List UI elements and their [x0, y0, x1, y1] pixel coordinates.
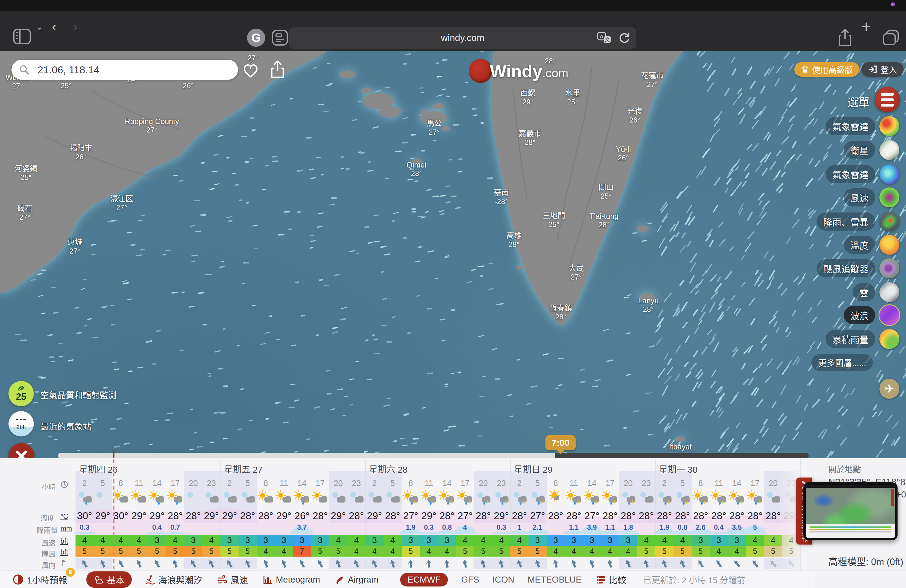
hour-cell[interactable]: 14 — [148, 479, 166, 488]
hour-cell[interactable]: 23 — [203, 479, 220, 488]
hour-cell[interactable]: 2 — [656, 479, 673, 488]
hour-cell[interactable]: 20 — [329, 479, 347, 488]
hour-cell[interactable]: 2 — [510, 479, 528, 488]
screenshot-preview-thumbnail[interactable] — [803, 482, 898, 540]
grammarly-extension-icon[interactable]: G — [247, 29, 265, 47]
layer-item-0[interactable]: 氣象雷達 — [826, 116, 900, 136]
hour-cell[interactable]: 17 — [456, 479, 474, 488]
new-tab-icon[interactable]: + — [861, 20, 871, 33]
layer-item-6[interactable]: 颶風追蹤器 — [817, 258, 900, 278]
hour-cell[interactable]: 20 — [184, 479, 203, 488]
share-location-icon[interactable] — [269, 60, 286, 79]
layer-item-2[interactable]: 氣象雷達 — [826, 164, 900, 184]
day-header[interactable]: 星期一 30 — [659, 462, 697, 475]
hour-cell[interactable]: 23 — [492, 479, 510, 488]
hour-cell[interactable]: 17 — [166, 479, 184, 488]
hour-cell[interactable]: 2 — [365, 479, 384, 488]
reload-icon[interactable] — [617, 31, 631, 45]
login-button[interactable]: 登入 — [861, 62, 904, 76]
sidebar-toggle-icon[interactable] — [13, 29, 31, 44]
hour-cell[interactable]: 5 — [384, 479, 402, 488]
wind-unit-toggle[interactable]: bft — [61, 537, 68, 545]
hour-cell[interactable]: 11 — [275, 479, 293, 488]
layer-item-8[interactable]: 波浪 — [844, 305, 900, 325]
timeline-remaining[interactable] — [555, 453, 809, 458]
menu-button[interactable] — [874, 87, 900, 112]
temp-unit-toggle[interactable]: °C — [61, 513, 68, 521]
layer-item-7[interactable]: 雲 — [853, 282, 900, 302]
wind-cell: 3 — [365, 535, 384, 546]
air-quality-widget[interactable]: 25 — [8, 381, 34, 406]
hour-cell[interactable]: 14 — [438, 479, 456, 488]
wind-cell: 4 — [347, 535, 365, 546]
premium-button[interactable]: ♛ 使用高級版 — [794, 62, 860, 76]
model-icon[interactable]: ICON — [493, 575, 515, 585]
hour-cell[interactable]: 14 — [293, 479, 311, 488]
weather-map[interactable]: Wunda27°25°24°26°27°28°Raoping County27°… — [0, 51, 906, 458]
location-search[interactable]: 21.06, 118.14 — [11, 60, 238, 80]
model-gfs[interactable]: GFS — [461, 575, 479, 585]
hour-cell[interactable]: 8 — [257, 479, 275, 488]
hour-cell[interactable]: 2 — [75, 479, 94, 488]
layer-item-more[interactable]: 更多圖層...... — [812, 354, 873, 371]
day-header[interactable]: 星期五 27 — [224, 462, 262, 475]
tab-meteogram[interactable]: Meteogram — [263, 575, 320, 585]
wind-direction-arrow — [456, 558, 474, 569]
hour-cell[interactable]: 8 — [112, 479, 130, 488]
browser-share-icon[interactable] — [837, 29, 853, 47]
back-button[interactable]: ‹ — [52, 20, 56, 33]
hour-cell[interactable]: 17 — [746, 479, 764, 488]
hourly-forecast-toggle[interactable]: 1小時預報♛ — [12, 573, 67, 586]
reader-view-icon[interactable] — [272, 30, 288, 46]
hour-cell[interactable]: 11 — [710, 479, 728, 488]
rain-unit-toggle[interactable]: mm — [61, 524, 72, 533]
hour-cell[interactable]: 11 — [565, 479, 583, 488]
forward-button[interactable]: › — [73, 20, 78, 33]
tab-wind[interactable]: 風速 — [217, 573, 248, 586]
layer-thumbnail — [879, 188, 900, 207]
day-header[interactable]: 星期四 26 — [79, 462, 118, 475]
hour-cell[interactable]: 8 — [547, 479, 565, 488]
timeline-elapsed[interactable] — [58, 453, 555, 458]
hour-cell[interactable]: 5 — [239, 479, 257, 488]
model-meteoblue[interactable]: METEOBLUE — [528, 575, 582, 585]
sidebar-chevron-icon[interactable]: ⌄ — [36, 20, 43, 33]
hour-cell[interactable]: 23 — [637, 479, 656, 488]
hour-cell[interactable]: 17 — [311, 479, 329, 488]
layer-item-3[interactable]: 風速 — [844, 188, 900, 207]
hour-cell[interactable]: 8 — [402, 479, 420, 488]
hour-cell[interactable]: 14 — [728, 479, 746, 488]
hour-cell[interactable]: 14 — [583, 479, 601, 488]
layer-item-4[interactable]: 降雨、雷暴 — [817, 212, 900, 231]
hour-cell[interactable]: 11 — [130, 479, 148, 488]
day-header[interactable]: 星期日 29 — [514, 462, 552, 475]
search-input[interactable]: 21.06, 118.14 — [37, 64, 99, 76]
hour-cell[interactable]: 20 — [474, 479, 492, 488]
hour-cell[interactable]: 5 — [673, 479, 692, 488]
hour-cell[interactable]: 17 — [601, 479, 619, 488]
day-header[interactable]: 星期六 28 — [369, 462, 407, 475]
hour-cell[interactable]: 20 — [619, 479, 637, 488]
translate-icon[interactable]: A文 — [597, 31, 612, 45]
gust-unit-toggle[interactable]: bft — [61, 548, 68, 556]
hour-cell[interactable]: 11 — [420, 479, 438, 488]
timeline-playhead[interactable] — [113, 450, 115, 458]
layer-item-5[interactable]: 溫度 — [844, 235, 900, 255]
tab-basic[interactable]: 基本 — [86, 571, 132, 588]
weather-station-widget[interactable]: --- 2bft — [8, 411, 34, 437]
address-bar[interactable]: windy.com A文 — [289, 27, 636, 49]
flights-button[interactable]: ✈ — [879, 379, 900, 399]
hour-cell[interactable]: 8 — [692, 479, 710, 488]
tab-compare[interactable]: 比較 — [596, 573, 626, 586]
hour-cell[interactable]: 5 — [94, 479, 112, 488]
tab-waves-tides[interactable]: 海浪與潮汐 — [145, 573, 202, 586]
favorite-heart-icon[interactable] — [242, 62, 260, 79]
hour-cell[interactable]: 23 — [347, 479, 365, 488]
layer-item-1[interactable]: 衛星 — [844, 140, 900, 160]
tab-overview-icon[interactable] — [882, 30, 900, 46]
layer-item-9[interactable]: 累積雨量 — [826, 329, 900, 349]
model-ecmwf[interactable]: ECMWF — [400, 573, 448, 586]
tab-airgram[interactable]: Airgram — [335, 575, 379, 585]
hour-cell[interactable]: 2 — [220, 479, 239, 488]
hour-cell[interactable]: 5 — [528, 479, 547, 488]
